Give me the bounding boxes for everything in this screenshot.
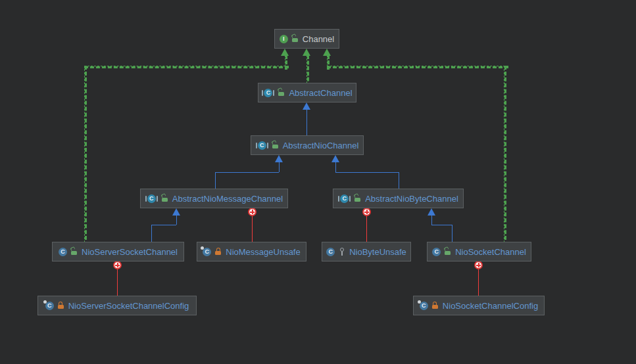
inner-class-edge-segment [478, 269, 479, 296]
inner-class-edge-segment [252, 216, 253, 242]
extends-edge-segment [215, 172, 279, 173]
inner-class-anchor-icon [113, 261, 122, 269]
class-letter: C [264, 89, 272, 97]
class-name-label: NioSocketChannelConfig [443, 301, 538, 311]
public-visibility-icon [355, 194, 361, 202]
class-name-label: Channel [303, 34, 334, 44]
implements-edge-segment [84, 66, 87, 246]
class-node-abstract-nio-message-channel[interactable]: C AbstractNioMessageChannel [140, 189, 288, 208]
abstract-class-icon: C [338, 194, 351, 203]
class-name-label: NioSocketChannel [455, 247, 526, 257]
class-name-label: AbstractNioMessageChannel [172, 194, 283, 204]
implements-edge-segment [84, 66, 289, 68]
class-name-label: AbstractNioChannel [283, 141, 359, 150]
abstract-marker [145, 196, 147, 202]
class-node-nio-server-socket-channel[interactable]: C NioServerSocketChannel [52, 242, 184, 262]
public-visibility-icon [445, 248, 451, 256]
abstract-class-icon: C [262, 89, 274, 97]
class-node-nio-byte-unsafe[interactable]: C NioByteUnsafe [322, 242, 411, 262]
private-visibility-icon [58, 302, 64, 309]
class-letter: C [147, 194, 156, 203]
extends-edge-segment [431, 216, 432, 225]
implements-edge-segment [504, 66, 506, 246]
uml-diagram-canvas[interactable]: I Channel C AbstractChannel C AbstractNi… [0, 0, 636, 364]
private-visibility-icon [215, 248, 222, 256]
public-visibility-icon [71, 248, 78, 256]
abstract-marker [256, 143, 257, 148]
class-icon: C [432, 248, 441, 256]
interface-icon: I [280, 35, 288, 43]
inner-class-anchor-icon [248, 208, 257, 216]
abstract-marker [262, 90, 263, 96]
class-name-label: NioServerSocketChannel [82, 247, 178, 257]
private-visibility-icon [432, 302, 439, 309]
extends-edge-segment [306, 110, 307, 135]
inner-class-icon: C [203, 248, 211, 256]
implements-edge-segment [327, 66, 508, 68]
class-node-nio-socket-channel-config[interactable]: C NioSocketChannelConfig [413, 296, 545, 315]
class-name-label: NioMessageUnsafe [226, 247, 300, 257]
abstract-class-icon: C [256, 141, 268, 150]
class-name-label: AbstractNioByteChannel [365, 194, 458, 204]
class-name-label: NioServerSocketChannelConfig [68, 301, 189, 311]
implements-edge-segment [306, 55, 309, 87]
extends-arrowhead [331, 155, 339, 162]
public-visibility-icon [162, 194, 168, 202]
extends-edge-segment [452, 225, 453, 242]
class-letter: C [340, 194, 349, 203]
class-node-nio-socket-channel[interactable]: C NioSocketChannel [427, 242, 531, 262]
class-node-abstract-nio-byte-channel[interactable]: C AbstractNioByteChannel [333, 189, 464, 208]
protected-visibility-icon [339, 248, 345, 256]
abstract-marker [157, 196, 158, 202]
extends-edge-segment [151, 225, 176, 225]
extends-edge-segment [431, 225, 452, 225]
inner-class-edge-segment [117, 269, 118, 296]
abstract-class-icon: C [145, 194, 158, 203]
extends-edge-segment [215, 172, 216, 189]
abstract-marker [338, 196, 339, 202]
class-icon: C [59, 248, 67, 256]
inner-class-icon: C [420, 302, 428, 310]
extends-arrowhead [275, 155, 283, 162]
extends-edge-segment [151, 225, 152, 242]
abstract-marker [273, 90, 274, 96]
class-icon: C [326, 248, 335, 256]
extends-arrowhead [428, 208, 435, 216]
class-node-channel[interactable]: I Channel [274, 29, 339, 49]
class-name-label: NioByteUnsafe [349, 247, 406, 257]
abstract-marker [349, 196, 351, 202]
extends-edge-segment [335, 162, 336, 172]
class-node-abstract-nio-channel[interactable]: C AbstractNioChannel [251, 135, 364, 155]
class-node-abstract-channel[interactable]: C AbstractChannel [258, 83, 356, 102]
inner-class-icon: C [45, 302, 54, 310]
class-letter: C [258, 141, 266, 150]
class-node-nio-server-socket-channel-config[interactable]: C NioServerSocketChannelConfig [37, 296, 197, 315]
extends-edge-segment [279, 162, 280, 172]
abstract-marker [267, 143, 268, 148]
inner-class-edge-segment [366, 216, 367, 242]
extends-arrowhead [303, 102, 310, 110]
inner-class-anchor-icon [474, 261, 483, 269]
class-name-label: AbstractChannel [289, 88, 352, 98]
inner-class-anchor-icon [362, 208, 371, 216]
public-visibility-icon [272, 141, 279, 149]
public-visibility-icon [278, 89, 285, 97]
extends-edge-segment [335, 172, 399, 173]
extends-edge-segment [399, 172, 399, 189]
extends-arrowhead [172, 208, 180, 216]
extends-edge-segment [176, 216, 177, 225]
public-visibility-icon [292, 35, 299, 43]
class-node-nio-message-unsafe[interactable]: C NioMessageUnsafe [197, 242, 306, 262]
